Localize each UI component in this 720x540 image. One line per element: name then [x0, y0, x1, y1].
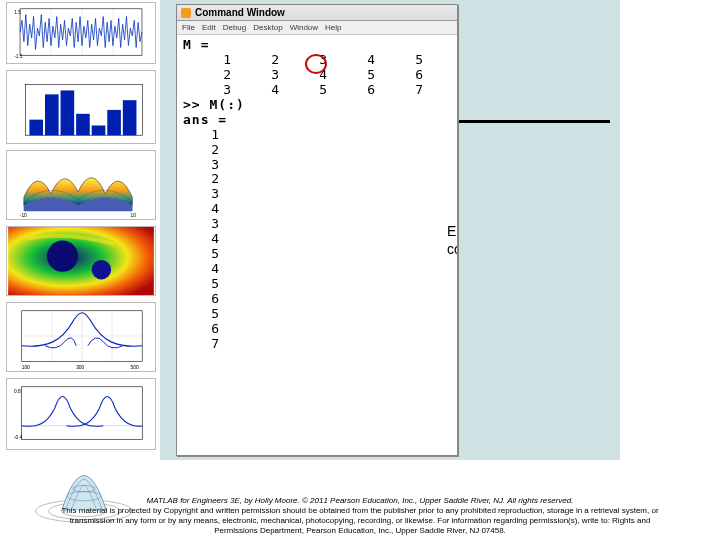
svg-rect-13: [76, 114, 90, 135]
window-title: Command Window: [195, 7, 285, 18]
svg-rect-11: [45, 94, 59, 135]
thumb-bars: Pitert Chirp: [6, 70, 156, 144]
matlab-logo-icon: [181, 8, 191, 18]
svg-text:1.5: 1.5: [14, 10, 21, 15]
menu-file[interactable]: File: [182, 23, 195, 32]
matrix-row-2: 23456: [183, 68, 451, 83]
svg-text:300: 300: [76, 365, 84, 370]
svg-rect-15: [107, 110, 121, 135]
command-area[interactable]: M = 12345 23456 34567 >> M(:) ans = 1 2 …: [177, 37, 457, 455]
svg-text:-1.5: -1.5: [14, 54, 23, 59]
svg-point-22: [92, 260, 111, 279]
svg-text:-0.4: -0.4: [14, 435, 23, 440]
sinc-icon: 0.8 -0.4: [7, 379, 155, 449]
thumb-surf: -10 10: [6, 150, 156, 220]
svg-text:100: 100: [22, 365, 30, 370]
column-vector: 1 2 3 2 3 4 3 4 5 4 5 6 5 6 7: [183, 128, 451, 352]
thumb-line: 100 300 500: [6, 302, 156, 372]
surf-icon: -10 10: [7, 151, 155, 219]
svg-rect-12: [61, 90, 75, 135]
bars-icon: [7, 71, 155, 143]
svg-text:-10: -10: [20, 213, 27, 218]
copyright-footer: MATLAB for Engineers 3E, by Holly Moore.…: [0, 496, 720, 536]
signal-icon: 1.5 -1.5: [7, 3, 155, 63]
thumb-signal: 1.5 -1.5: [6, 2, 156, 64]
menu-debug[interactable]: Debug: [223, 23, 247, 32]
svg-rect-10: [29, 120, 43, 136]
svg-text:0.8: 0.8: [14, 389, 21, 394]
thumb-fractal: [6, 226, 156, 296]
titlebar[interactable]: Command Window: [177, 5, 457, 21]
menu-window[interactable]: Window: [290, 23, 318, 32]
line-icon: 100 300 500: [7, 303, 155, 371]
annotation-text: Element M(2, 3) is in row 2, column 3: [447, 223, 457, 258]
svg-rect-16: [123, 100, 137, 135]
matrix-row-3: 34567: [183, 83, 451, 98]
footer-line-1: MATLAB for Engineers 3E, by Holly Moore.…: [60, 496, 660, 506]
thumbnail-strip: 1.5 -1.5 Pitert Chirp: [6, 2, 156, 450]
menu-desktop[interactable]: Desktop: [253, 23, 282, 32]
svg-rect-32: [8, 379, 154, 449]
command-line: >> M(:): [183, 98, 451, 113]
output-m-label: M =: [183, 38, 451, 53]
thumb-sinc: 0.8 -0.4: [6, 378, 156, 450]
matrix-row-1: 12345: [183, 53, 451, 68]
fractal-icon: [7, 227, 155, 295]
svg-rect-14: [92, 125, 106, 135]
footer-line-2: This material is protected by Copyright …: [60, 506, 660, 536]
svg-point-21: [47, 241, 78, 272]
menu-edit[interactable]: Edit: [202, 23, 216, 32]
matlab-window: Command Window File Edit Debug Desktop W…: [176, 4, 458, 456]
menubar: File Edit Debug Desktop Window Help: [177, 21, 457, 35]
output-ans-label: ans =: [183, 113, 451, 128]
menu-help[interactable]: Help: [325, 23, 341, 32]
stage: 1.5 -1.5 Pitert Chirp: [0, 0, 720, 540]
svg-text:500: 500: [131, 365, 139, 370]
svg-text:10: 10: [131, 213, 137, 218]
